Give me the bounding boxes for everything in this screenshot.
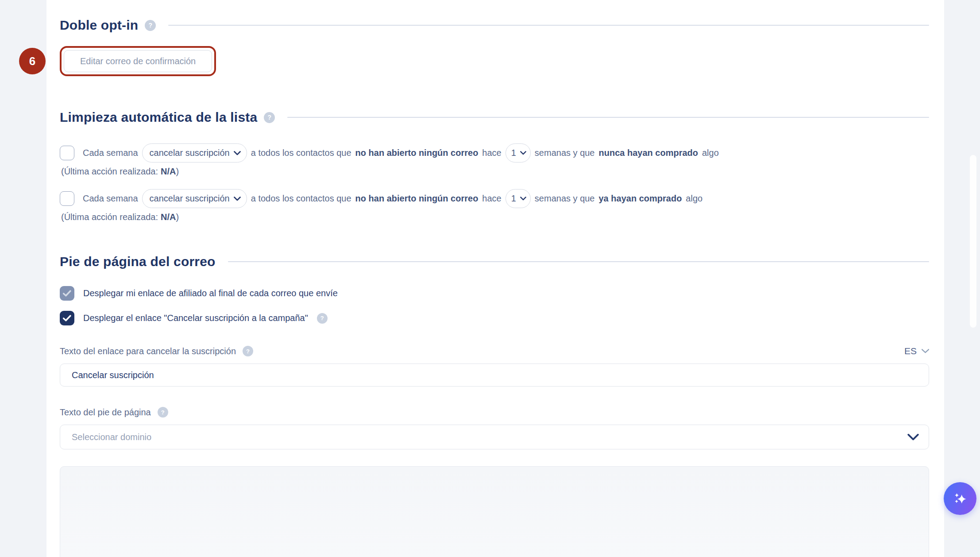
rule-text: semanas y que [535, 148, 595, 158]
action-select-value: cancelar suscripción [150, 148, 230, 158]
chevron-down-icon [922, 349, 929, 353]
unsub-text-label: Texto del enlace para cancelar la suscri… [60, 346, 236, 356]
chevron-down-icon [520, 197, 526, 201]
section-title-email-footer: Pie de página del correo [60, 254, 216, 269]
section-divider [228, 261, 929, 262]
weeks-select-value: 1 [511, 148, 516, 158]
weekly-cleanup-checkbox-never-bought[interactable] [60, 146, 74, 160]
domain-select-placeholder: Seleccionar dominio [72, 432, 151, 442]
help-icon[interactable]: ? [243, 346, 253, 356]
last-action-value: N/A [161, 166, 176, 176]
check-icon [63, 290, 71, 297]
weeks-select[interactable]: 1 [505, 143, 531, 162]
weeks-select[interactable]: 1 [505, 189, 531, 208]
section-header-double-optin: Doble opt-in ? [60, 18, 929, 33]
edit-confirmation-email-button[interactable]: Editar correo de confirmación [64, 50, 212, 72]
footer-text-label: Texto del pie de página [60, 407, 151, 418]
weeks-select-value: 1 [511, 193, 516, 204]
rule-text-bold: no han abierto ningún correo [355, 193, 478, 204]
section-header-email-footer: Pie de página del correo [60, 254, 929, 269]
section-header-list-cleaning: Limpieza automática de la lista ? [60, 110, 929, 125]
chevron-down-icon [520, 151, 526, 155]
last-action-note: (Última acción realizada:N/A) [61, 166, 929, 177]
unsub-text-label-row: Texto del enlace para cancelar la suscri… [60, 346, 929, 356]
last-action-suffix: ) [176, 166, 179, 176]
affiliate-link-checkbox[interactable] [60, 286, 74, 301]
cleanup-rule-sentence: Cada semana cancelar suscripción a todos… [83, 143, 719, 162]
section-title-double-optin: Doble opt-in [60, 18, 138, 33]
cleanup-rule-sentence: Cada semana cancelar suscripción a todos… [83, 189, 702, 208]
action-select[interactable]: cancelar suscripción [142, 189, 247, 208]
last-action-prefix: (Última acción realizada: [61, 212, 158, 222]
chevron-down-icon [234, 197, 241, 201]
cleanup-rule-row: Cada semana cancelar suscripción a todos… [60, 189, 929, 222]
rule-text-bold: no han abierto ningún correo [355, 148, 478, 158]
rule-text: hace [482, 148, 501, 158]
language-value: ES [904, 346, 917, 356]
domain-select[interactable]: Seleccionar dominio [60, 425, 929, 449]
annotation-highlight-ring: Editar correo de confirmación [60, 46, 216, 76]
rule-text: semanas y que [535, 193, 595, 204]
rule-text: a todos los contactos que [251, 193, 351, 204]
chevron-down-icon [907, 433, 919, 441]
last-action-note: (Última acción realizada:N/A) [61, 212, 929, 222]
section-title-list-cleaning: Limpieza automática de la lista [60, 110, 257, 125]
rule-text: hace [482, 193, 501, 204]
help-icon[interactable]: ? [158, 407, 168, 418]
last-action-suffix: ) [176, 212, 179, 222]
rule-text: Cada semana [83, 193, 138, 204]
affiliate-link-label: Desplegar mi enlace de afiliado al final… [83, 288, 338, 298]
ai-assistant-button[interactable] [944, 482, 976, 515]
annotated-button-area: 6 Editar correo de confirmación [60, 46, 216, 76]
cleanup-rule-row: Cada semana cancelar suscripción a todos… [60, 143, 929, 177]
rule-text: algo [686, 193, 702, 204]
scrollbar-thumb[interactable] [970, 155, 976, 328]
campaign-unsub-checkbox[interactable] [60, 311, 74, 325]
section-divider [287, 117, 929, 118]
last-action-prefix: (Última acción realizada: [61, 166, 158, 176]
footer-text-label-row: Texto del pie de página ? [60, 407, 929, 418]
affiliate-link-row: Desplegar mi enlace de afiliado al final… [60, 286, 929, 301]
help-icon[interactable]: ? [317, 313, 328, 324]
language-selector[interactable]: ES [904, 346, 929, 356]
check-icon [63, 315, 71, 321]
last-action-value: N/A [161, 212, 176, 222]
chevron-down-icon [234, 151, 241, 155]
unsubscribe-text-input[interactable] [60, 364, 929, 387]
help-icon[interactable]: ? [264, 112, 275, 123]
section-divider [168, 25, 929, 26]
rule-text-bold: nunca hayan comprado [599, 148, 698, 158]
campaign-unsub-label: Desplegar el enlace "Cancelar suscripció… [83, 313, 308, 323]
rule-text-bold: ya hayan comprado [599, 193, 682, 204]
rule-text: a todos los contactos que [251, 148, 351, 158]
weekly-cleanup-checkbox-already-bought[interactable] [60, 191, 74, 206]
settings-panel: Doble opt-in ? 6 Editar correo de confir… [46, 0, 944, 557]
sparkles-icon [952, 490, 968, 507]
rule-text: Cada semana [83, 148, 138, 158]
campaign-unsub-row: Desplegar el enlace "Cancelar suscripció… [60, 311, 929, 325]
rule-text: algo [702, 148, 719, 158]
help-icon[interactable]: ? [145, 20, 156, 31]
action-select-value: cancelar suscripción [150, 193, 230, 204]
annotation-step-badge: 6 [19, 48, 46, 74]
action-select[interactable]: cancelar suscripción [142, 143, 247, 162]
footer-text-area[interactable] [60, 466, 929, 557]
